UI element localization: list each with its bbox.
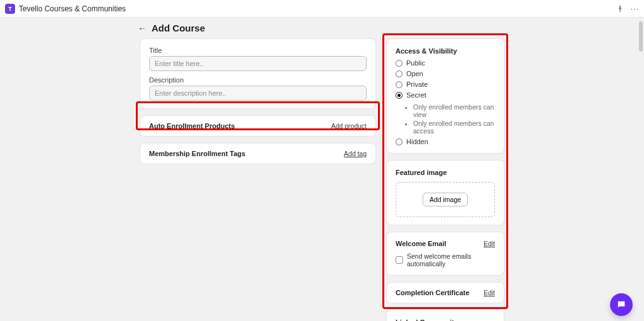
back-arrow-icon[interactable]: ← — [138, 23, 147, 33]
chat-fab[interactable] — [610, 293, 633, 316]
featured-image-card: Featured image Add image — [386, 160, 504, 225]
radio-open[interactable]: Open — [396, 70, 495, 77]
radio-private-label: Private — [406, 81, 428, 88]
completion-cert-card: Completion Certificate Edit — [386, 282, 504, 303]
auto-enroll-card: Auto Enrollment Products Add product — [140, 115, 376, 137]
welcome-email-card: Welcome Email Edit Send welcome emails a… — [386, 232, 504, 276]
secret-note-view: Only enrolled members can view — [413, 103, 495, 118]
add-image-button[interactable]: Add image — [423, 193, 468, 206]
page-title: Add Course — [152, 23, 205, 33]
completion-edit-link[interactable]: Edit — [484, 289, 495, 296]
access-card: Access & Visibility Public Open Priva — [386, 38, 504, 154]
radio-secret-label: Secret — [406, 91, 426, 99]
image-dropzone[interactable]: Add image — [396, 182, 495, 217]
radio-hidden-label: Hidden — [406, 138, 428, 145]
secret-notes: Only enrolled members can view Only enro… — [413, 102, 495, 135]
welcome-checkbox-row[interactable]: Send welcome emails automatically — [396, 252, 495, 268]
secret-note-access: Only enrolled members can access — [413, 120, 495, 135]
radio-open-label: Open — [406, 70, 423, 77]
radio-public[interactable]: Public — [396, 59, 495, 67]
scrollbar[interactable] — [639, 21, 643, 52]
radio-public-label: Public — [406, 59, 425, 67]
radio-private[interactable]: Private — [396, 81, 495, 88]
welcome-checkbox-label: Send welcome emails automatically — [407, 252, 495, 268]
completion-title: Completion Certificate — [396, 289, 469, 296]
title-label: Title — [149, 47, 367, 54]
welcome-title: Welcome Email — [396, 240, 447, 247]
app-title: Tevello Courses & Communities — [19, 4, 126, 13]
welcome-checkbox[interactable] — [396, 256, 403, 264]
topbar: Tevello Courses & Communities ··· — [0, 0, 644, 18]
featured-title: Featured image — [396, 169, 447, 176]
access-title: Access & Visibility — [396, 47, 457, 55]
form-columns: Title Description Auto Enrollment Produc… — [140, 38, 504, 321]
membership-title: Membership Enrollment Tags — [149, 150, 245, 157]
add-product-link[interactable]: Add product — [331, 122, 367, 130]
radio-secret[interactable]: Secret — [396, 91, 495, 99]
linked-title: Linked Community — [396, 318, 458, 321]
app-icon — [5, 4, 15, 14]
title-input[interactable] — [149, 56, 367, 71]
chat-icon — [616, 300, 626, 310]
add-tag-link[interactable]: Add tag — [344, 150, 367, 157]
linked-community-card: Linked Community ▴▾ — [386, 310, 504, 321]
radio-hidden[interactable]: Hidden — [396, 138, 495, 145]
welcome-edit-link[interactable]: Edit — [484, 240, 495, 247]
auto-enroll-title: Auto Enrollment Products — [149, 122, 235, 130]
description-input[interactable] — [149, 86, 367, 101]
pin-icon[interactable] — [616, 5, 624, 13]
basic-info-card: Title Description — [140, 38, 376, 109]
membership-tags-card: Membership Enrollment Tags Add tag — [140, 143, 376, 164]
description-label: Description — [149, 76, 367, 84]
more-icon[interactable]: ··· — [630, 4, 639, 13]
